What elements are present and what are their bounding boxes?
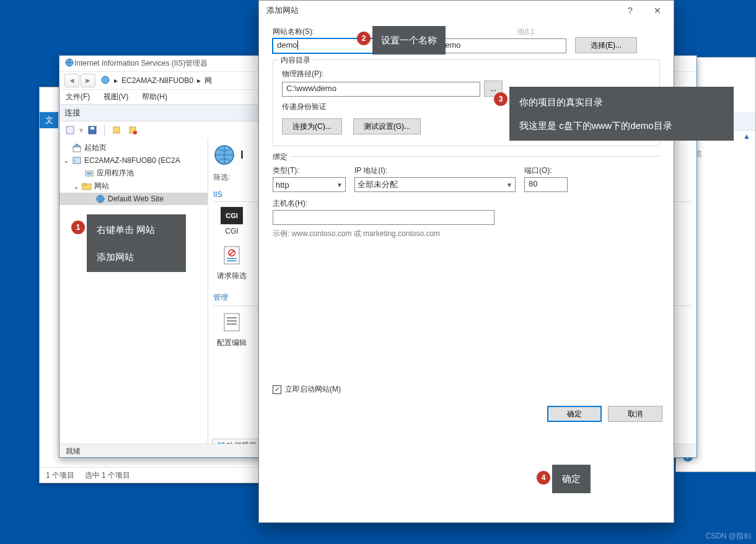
filter-label: 筛选:	[213, 172, 230, 183]
breadcrumb-sites[interactable]: 网	[204, 76, 212, 86]
request-filter-icon	[221, 244, 243, 266]
close-button[interactable]: ✕	[644, 1, 671, 20]
connections-tree: 起始页 ⌄ EC2AMAZ-N8FUOB0 (EC2A 应用程序池 ⌄ 网站 D…	[59, 139, 208, 457]
binding-group-title: 绑定	[273, 152, 290, 162]
callout-badge-4: 4	[537, 471, 550, 485]
nav-forward-button[interactable]: ►	[81, 74, 95, 87]
cgi-icon: CGI	[221, 207, 243, 224]
port-input[interactable]: 80	[524, 177, 568, 192]
svg-rect-28	[224, 314, 239, 331]
stop-tree-icon[interactable]	[126, 124, 139, 136]
breadcrumb[interactable]: ▸ EC2AMAZ-N8FUOB0 ▸ 网	[100, 75, 212, 87]
help-button[interactable]: ?	[617, 1, 644, 20]
tree-app-pools[interactable]: 应用程序池	[59, 167, 208, 180]
svg-rect-29	[227, 317, 237, 318]
checkbox-icon[interactable]: ✓	[273, 385, 281, 394]
home-icon	[72, 143, 82, 153]
app-pool-label: 池(L):	[517, 27, 566, 37]
select-app-pool-button[interactable]: 选择(E)...	[575, 37, 637, 53]
type-label: 类型(T):	[273, 165, 346, 176]
callout-box-4: 确定	[552, 465, 591, 493]
svg-rect-7	[66, 126, 74, 134]
ip-label: IP 地址(I):	[354, 165, 516, 176]
content-title: I	[240, 149, 244, 162]
start-immediately-row[interactable]: ✓ 立即启动网站(M)	[273, 384, 660, 395]
svg-rect-10	[113, 127, 120, 133]
svg-rect-14	[73, 157, 81, 164]
svg-point-17	[87, 172, 89, 175]
folder-icon	[82, 182, 92, 191]
svg-rect-31	[227, 323, 237, 325]
site-big-icon	[213, 144, 235, 166]
feature-cgi[interactable]: CGI CGI	[213, 207, 250, 235]
save-icon[interactable]	[86, 124, 99, 136]
type-select[interactable]: http▼	[273, 177, 346, 192]
content-group-title: 内容目录	[278, 55, 313, 66]
explorer-item-count: 1 个项目	[46, 471, 74, 480]
dialog-titlebar: 添加网站 ? ✕	[259, 1, 674, 20]
tree-start-page[interactable]: 起始页	[59, 141, 208, 154]
menu-help[interactable]: 帮助(H)	[142, 92, 167, 102]
test-settings-button[interactable]: 测试设置(G)...	[353, 118, 421, 134]
svg-rect-20	[82, 183, 86, 185]
add-website-dialog: 添加网站 ? ✕ 网站名称(S): demo 池(L): demo 选择(E).…	[258, 0, 674, 523]
svg-rect-9	[90, 127, 94, 129]
tree-default-web-site[interactable]: Default Web Site	[59, 193, 208, 205]
physical-path-label: 物理路径(P):	[282, 69, 651, 79]
svg-rect-13	[73, 147, 81, 152]
port-label: 端口(O):	[524, 165, 568, 176]
hostname-hint: 示例: www.contoso.com 或 marketing.contoso.…	[273, 229, 660, 239]
svg-rect-27	[227, 260, 237, 261]
callout-box-2: 设置一个名称	[372, 26, 446, 55]
callout-badge-3: 3	[494, 92, 508, 106]
ok-button[interactable]: 确定	[547, 406, 602, 422]
svg-point-12	[133, 131, 137, 134]
menu-file[interactable]: 文件(F)	[66, 92, 90, 102]
breadcrumb-server[interactable]: EC2AMAZ-N8FUOB0	[121, 76, 193, 85]
nav-back-button[interactable]: ◄	[64, 74, 79, 87]
app-pool-input: demo	[436, 38, 566, 53]
binding-group: 绑定 类型(T): http▼ IP 地址(I): 全部未分配▼ 端口(O):	[273, 156, 660, 248]
explorer-statusbar: 1 个项目 选中 1 个项目	[40, 467, 262, 483]
connect-icon[interactable]	[63, 124, 77, 136]
server-node-icon	[72, 156, 82, 165]
connect-as-button[interactable]: 连接为(C)...	[282, 118, 342, 134]
refresh-tree-icon[interactable]	[110, 124, 123, 136]
feature-request-filtering[interactable]: 请求筛选	[213, 244, 250, 281]
dialog-footer: 确定 取消	[259, 401, 674, 431]
iis-app-icon	[64, 58, 74, 69]
callout-box-1: 右键单击 网站 添加网站	[87, 214, 186, 272]
svg-rect-30	[227, 320, 237, 322]
feature-config-editor[interactable]: 配置编辑	[213, 311, 250, 348]
svg-rect-26	[227, 258, 237, 259]
menu-view[interactable]: 视图(V)	[103, 92, 128, 102]
app-pool-icon	[84, 169, 94, 178]
callout-badge-2: 2	[357, 32, 371, 45]
callout-badge-1: 1	[71, 221, 85, 234]
tree-sites-node[interactable]: ⌄ 网站	[59, 180, 208, 193]
callout-box-3: 你的项目的真实目录 我这里是 c盘下的www下的demo目录	[509, 87, 734, 141]
tree-server-node[interactable]: ⌄ EC2AMAZ-N8FUOB0 (EC2A	[59, 154, 208, 167]
iis-title-text: Internet Information Services (IIS)管理器	[74, 58, 208, 69]
svg-point-15	[74, 160, 76, 161]
svg-point-18	[89, 172, 92, 175]
explorer-selected-count: 选中 1 个项目	[85, 471, 130, 480]
explorer-ribbon-file[interactable]: 文	[40, 112, 58, 128]
watermark: CSDN @指剑	[705, 531, 751, 542]
globe-icon	[95, 194, 105, 204]
dialog-title: 添加网站	[266, 5, 299, 16]
server-icon	[100, 75, 110, 87]
start-immediately-label: 立即启动网站(M)	[285, 384, 341, 395]
config-editor-icon	[221, 311, 243, 333]
hostname-label: 主机名(H):	[273, 198, 660, 209]
ip-select[interactable]: 全部未分配▼	[354, 177, 516, 192]
cancel-button[interactable]: 取消	[608, 406, 662, 422]
physical-path-input[interactable]: C:\www\demo	[282, 82, 480, 97]
svg-point-6	[102, 76, 109, 84]
hostname-input[interactable]	[273, 210, 494, 225]
